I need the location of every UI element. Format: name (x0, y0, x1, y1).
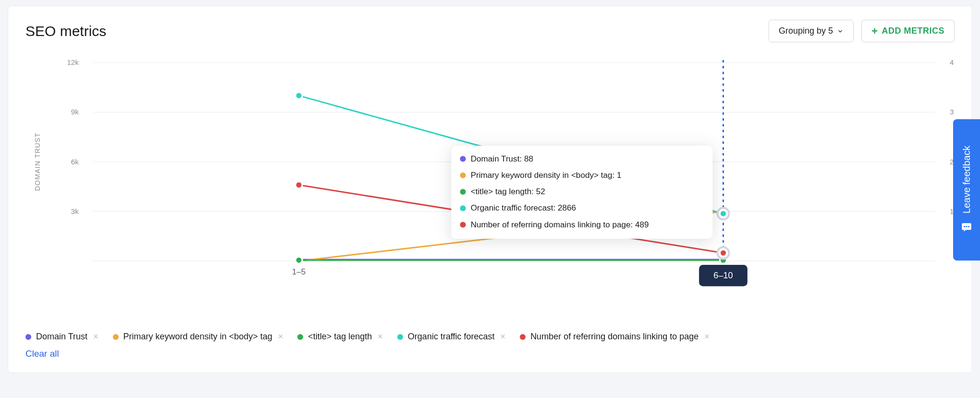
svg-text:Primary keyword density in <bo: Primary keyword density in <body> tag: 1 (471, 171, 622, 180)
svg-point-20 (295, 182, 302, 188)
legend-dot-icon (297, 334, 303, 340)
legend-dot-icon (113, 334, 119, 340)
svg-point-28 (720, 249, 726, 256)
legend-item[interactable]: Domain Trust× (25, 332, 99, 342)
svg-point-43 (964, 225, 965, 227)
chevron-down-icon (837, 28, 844, 35)
remove-icon[interactable]: × (92, 332, 99, 342)
legend-label: Organic traffic forecast (408, 332, 495, 342)
svg-point-19 (295, 92, 302, 99)
svg-text:<title> tag length: 52: <title> tag length: 52 (471, 187, 545, 196)
svg-text:Domain Trust: 88: Domain Trust: 88 (471, 154, 533, 163)
svg-point-45 (968, 225, 969, 227)
legend-label: Primary keyword density in <body> tag (123, 332, 272, 342)
svg-text:DOMAIN TRUST: DOMAIN TRUST (34, 133, 41, 191)
remove-icon[interactable]: × (277, 332, 284, 342)
legend-label: Number of referring domains linking to p… (530, 332, 698, 342)
add-metrics-button[interactable]: + ADD METRICS (861, 20, 955, 42)
legend-item[interactable]: Number of referring domains linking to p… (520, 332, 710, 342)
svg-point-38 (460, 205, 466, 211)
grouping-select[interactable]: Grouping by 5 (769, 20, 854, 42)
legend: Domain Trust×Primary keyword density in … (25, 332, 955, 342)
svg-point-32 (460, 156, 466, 162)
svg-point-18 (295, 257, 302, 263)
seo-metrics-card: SEO metrics Grouping by 5 + ADD METRICS … (8, 6, 972, 373)
svg-text:6–10: 6–10 (713, 271, 733, 280)
legend-label: Domain Trust (36, 332, 87, 342)
feedback-label: Leave feedback (961, 146, 972, 213)
remove-icon[interactable]: × (500, 332, 507, 342)
svg-text:Number of referring domains li: Number of referring domains linking to p… (471, 220, 649, 229)
remove-icon[interactable]: × (377, 332, 384, 342)
svg-point-34 (460, 173, 466, 178)
page-title: SEO metrics (25, 23, 106, 39)
svg-text:3: 3 (950, 108, 954, 116)
legend-item[interactable]: Primary keyword density in <body> tag× (113, 332, 284, 342)
header-actions: Grouping by 5 + ADD METRICS (769, 20, 955, 42)
legend-dot-icon (397, 334, 403, 340)
svg-point-40 (460, 222, 466, 227)
feedback-icon (960, 222, 973, 234)
legend-label: <title> tag length (308, 332, 372, 342)
chart-area[interactable]: 12k9k6k3k4321DOMAIN TRUSTPRIMARY KEYWORD… (25, 58, 955, 329)
add-metrics-label: ADD METRICS (882, 26, 945, 36)
legend-item[interactable]: Organic traffic forecast× (397, 332, 506, 342)
svg-text:1–5: 1–5 (292, 267, 306, 276)
legend-item[interactable]: <title> tag length× (297, 332, 384, 342)
card-header: SEO metrics Grouping by 5 + ADD METRICS (25, 20, 955, 42)
svg-text:Organic traffic forecast: 2866: Organic traffic forecast: 2866 (471, 203, 576, 212)
legend-dot-icon (25, 334, 31, 340)
svg-point-36 (460, 189, 466, 195)
svg-point-44 (966, 225, 967, 227)
svg-text:4: 4 (950, 58, 954, 66)
svg-text:9k: 9k (71, 108, 79, 116)
line-chart[interactable]: 12k9k6k3k4321DOMAIN TRUSTPRIMARY KEYWORD… (25, 58, 955, 329)
svg-text:3k: 3k (71, 207, 79, 215)
svg-point-26 (720, 210, 726, 217)
svg-text:6k: 6k (71, 158, 79, 166)
legend-dot-icon (520, 334, 526, 340)
svg-text:12k: 12k (67, 58, 79, 66)
clear-all-link[interactable]: Clear all (25, 348, 59, 359)
remove-icon[interactable]: × (703, 332, 710, 342)
grouping-label: Grouping by 5 (779, 26, 833, 36)
leave-feedback-tab[interactable]: Leave feedback (953, 119, 980, 261)
